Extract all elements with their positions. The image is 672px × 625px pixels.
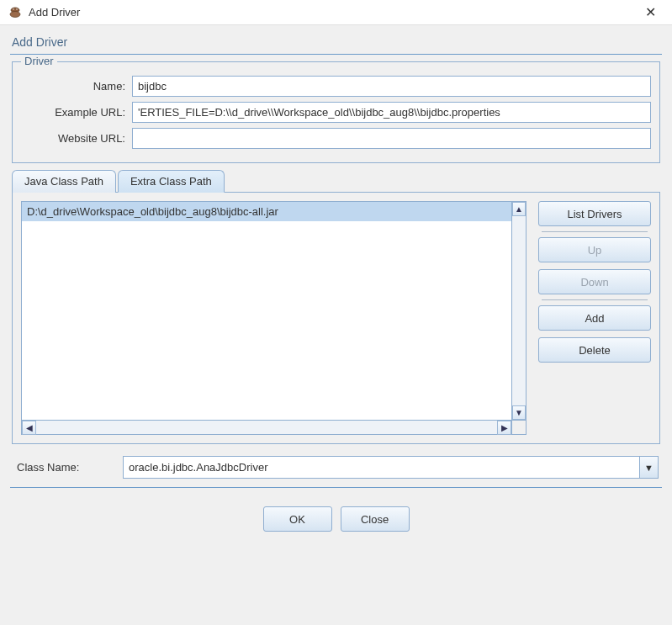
add-button[interactable]: Add — [538, 305, 651, 331]
classpath-list-area: D:\d_drive\Workspace_old\bijdbc_aug8\bij… — [21, 201, 526, 435]
row-example-url: Example URL: — [21, 102, 651, 123]
scroll-corner — [511, 421, 526, 434]
name-label: Name: — [21, 80, 132, 93]
close-icon[interactable]: ✕ — [637, 1, 664, 24]
footer: OK Close — [7, 495, 665, 535]
divider — [542, 231, 648, 232]
list-drivers-button[interactable]: List Drivers — [538, 201, 651, 226]
up-button[interactable]: Up — [538, 237, 651, 262]
driver-legend: Driver — [21, 55, 57, 67]
side-buttons: List Drivers Up Down Add Delete — [538, 201, 651, 435]
example-url-label: Example URL: — [21, 106, 132, 119]
divider — [542, 299, 648, 300]
horizontal-scrollbar[interactable]: ◀ ▶ — [21, 421, 526, 435]
app-icon — [8, 6, 22, 19]
window-title: Add Driver — [29, 6, 637, 19]
class-name-combo[interactable]: ▼ — [123, 456, 659, 479]
dialog-content: Add Driver Driver Name: Example URL: Web… — [0, 25, 672, 625]
down-button[interactable]: Down — [538, 269, 651, 294]
list-item[interactable]: D:\d_drive\Workspace_old\bijdbc_aug8\bij… — [22, 202, 511, 221]
scroll-left-icon[interactable]: ◀ — [22, 421, 36, 435]
class-name-row: Class Name: ▼ — [13, 456, 659, 479]
scroll-up-icon[interactable]: ▲ — [512, 202, 526, 216]
classpath-listbox[interactable]: D:\d_drive\Workspace_old\bijdbc_aug8\bij… — [21, 201, 526, 421]
page-title: Add Driver — [7, 29, 665, 54]
svg-point-3 — [16, 8, 17, 9]
hscroll-track[interactable] — [36, 421, 497, 434]
delete-button[interactable]: Delete — [538, 337, 651, 363]
class-name-input[interactable] — [124, 457, 639, 478]
tab-extra-class-path[interactable]: Extra Class Path — [118, 170, 225, 193]
website-url-label: Website URL: — [21, 132, 132, 145]
divider — [10, 487, 662, 488]
svg-point-2 — [13, 8, 13, 9]
chevron-down-icon[interactable]: ▼ — [639, 457, 658, 478]
website-url-input[interactable] — [132, 128, 651, 149]
name-input[interactable] — [132, 76, 651, 97]
tab-body-extra: D:\d_drive\Workspace_old\bijdbc_aug8\bij… — [12, 192, 660, 444]
titlebar: Add Driver ✕ — [0, 0, 672, 25]
close-button[interactable]: Close — [341, 506, 410, 532]
tab-java-class-path[interactable]: Java Class Path — [12, 170, 116, 193]
class-name-label: Class Name: — [13, 461, 123, 474]
scroll-track[interactable] — [512, 216, 526, 405]
vertical-scrollbar[interactable]: ▲ ▼ — [511, 202, 526, 420]
divider — [10, 54, 662, 55]
driver-fieldset: Driver Name: Example URL: Website URL: — [12, 61, 660, 163]
svg-point-1 — [10, 11, 20, 17]
classpath-list[interactable]: D:\d_drive\Workspace_old\bijdbc_aug8\bij… — [22, 202, 511, 420]
ok-button[interactable]: OK — [263, 506, 332, 532]
example-url-input[interactable] — [132, 102, 651, 123]
scroll-right-icon[interactable]: ▶ — [497, 421, 511, 435]
row-website-url: Website URL: — [21, 128, 651, 149]
scroll-down-icon[interactable]: ▼ — [512, 405, 526, 420]
row-name: Name: — [21, 76, 651, 97]
classpath-tabs: Java Class Path Extra Class Path D:\d_dr… — [12, 170, 660, 444]
tabs-bar: Java Class Path Extra Class Path — [12, 170, 660, 193]
